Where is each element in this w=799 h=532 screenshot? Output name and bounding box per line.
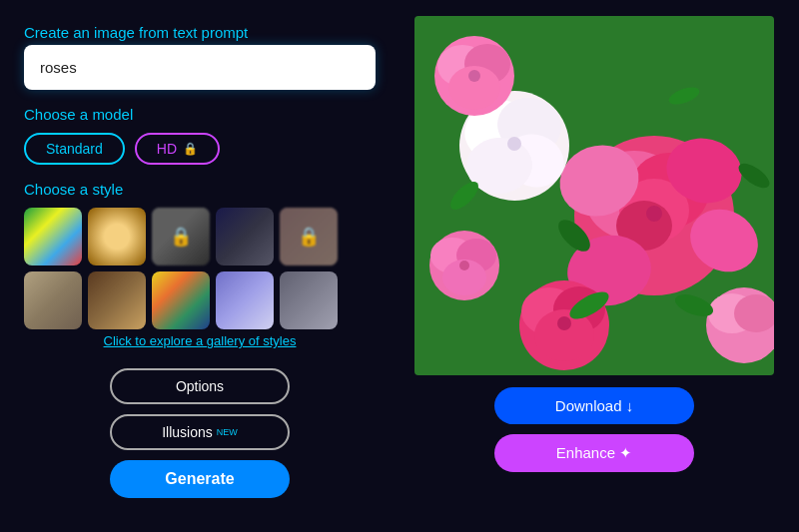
hd-lock-icon: 🔒: [183, 142, 198, 156]
svg-point-36: [646, 206, 662, 222]
prompt-input[interactable]: [24, 45, 376, 90]
style-thumb[interactable]: [216, 208, 274, 266]
style-thumb[interactable]: 🔒: [152, 208, 210, 266]
right-buttons: Download ↓ Enhance ✦: [409, 387, 779, 472]
illusions-label: Illusions: [162, 424, 213, 440]
illusions-button[interactable]: Illusions NEW: [110, 414, 290, 450]
svg-point-38: [459, 261, 469, 270]
style-grid: 🔒 🔒: [24, 208, 376, 329]
hd-button[interactable]: HD 🔒: [135, 133, 220, 165]
action-buttons: Options Illusions NEW Generate: [24, 368, 376, 498]
style-thumb[interactable]: [152, 271, 210, 329]
style-thumb[interactable]: [216, 271, 274, 329]
options-button[interactable]: Options: [110, 368, 290, 404]
hd-label: HD: [157, 141, 177, 157]
svg-point-39: [557, 316, 571, 330]
svg-point-37: [507, 137, 521, 151]
generate-button[interactable]: Generate: [110, 460, 290, 498]
model-buttons: Standard HD 🔒: [24, 133, 376, 165]
style-section: Choose a style 🔒 🔒 Click to explore a ga…: [24, 181, 376, 348]
create-label: Create an image from text prompt: [24, 24, 376, 41]
roses-image: [414, 16, 774, 375]
download-button[interactable]: Download ↓: [494, 387, 694, 424]
new-badge: NEW: [217, 427, 238, 437]
style-thumb[interactable]: [280, 271, 338, 329]
style-thumb[interactable]: [24, 208, 82, 266]
right-panel: Download ↓ Enhance ✦: [400, 0, 799, 532]
model-section: Choose a model Standard HD 🔒: [24, 106, 376, 165]
style-thumb[interactable]: [88, 208, 146, 266]
style-thumb[interactable]: [88, 271, 146, 329]
model-label: Choose a model: [24, 106, 376, 123]
left-panel: Create an image from text prompt Choose …: [0, 0, 400, 532]
style-thumb[interactable]: [24, 271, 82, 329]
generated-image-container: [414, 16, 774, 375]
style-thumb[interactable]: 🔒: [280, 208, 338, 266]
locked-overlay: 🔒: [152, 208, 210, 266]
explore-styles-link[interactable]: Click to explore a gallery of styles: [24, 333, 376, 348]
standard-button[interactable]: Standard: [24, 133, 125, 165]
svg-point-40: [468, 70, 480, 82]
enhance-button[interactable]: Enhance ✦: [494, 434, 694, 472]
style-label: Choose a style: [24, 181, 376, 198]
locked-overlay: 🔒: [280, 208, 338, 266]
